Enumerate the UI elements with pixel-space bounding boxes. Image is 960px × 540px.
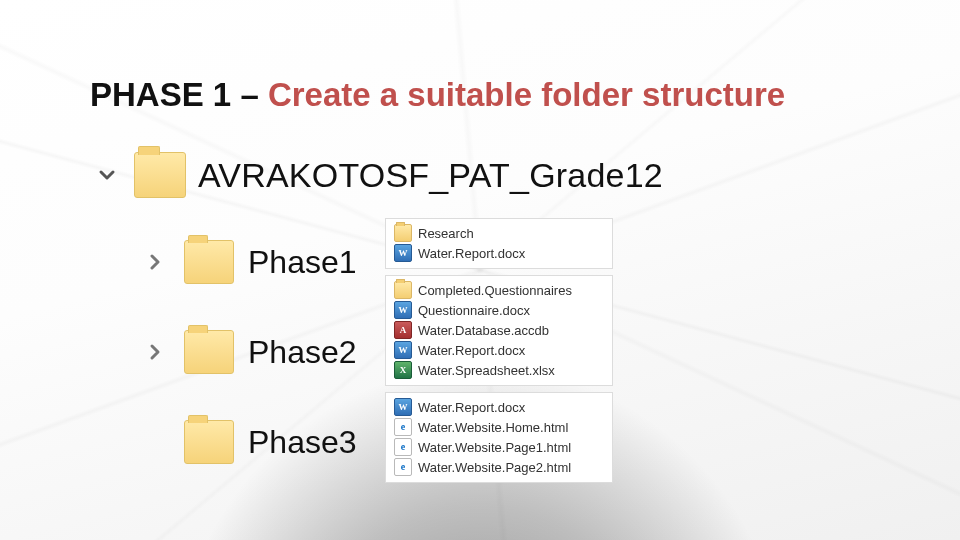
file-item[interactable]: Water.Report.docx: [394, 243, 604, 263]
file-label: Completed.Questionnaires: [418, 283, 572, 298]
subfolder-list: Phase1Phase2Phase3: [140, 240, 357, 464]
file-label: Water.Report.docx: [418, 343, 525, 358]
file-item[interactable]: Research: [394, 223, 604, 243]
html-file-icon: [394, 458, 412, 476]
file-label: Water.Report.docx: [418, 246, 525, 261]
folder-icon: [394, 281, 412, 299]
folder-icon: [394, 224, 412, 242]
folder-icon: [184, 240, 234, 284]
subfolder-name: Phase3: [248, 424, 357, 461]
chevron-down-icon[interactable]: [92, 160, 122, 190]
word-file-icon: [394, 398, 412, 416]
file-item[interactable]: Water.Website.Page2.html: [394, 457, 604, 477]
file-label: Water.Report.docx: [418, 400, 525, 415]
excel-file-icon: [394, 361, 412, 379]
file-item[interactable]: Water.Spreadsheet.xlsx: [394, 360, 604, 380]
file-label: Research: [418, 226, 474, 241]
file-item[interactable]: Water.Website.Home.html: [394, 417, 604, 437]
file-item[interactable]: Water.Report.docx: [394, 397, 604, 417]
root-folder-row: AVRAKOTOSF_PAT_Grade12: [92, 152, 663, 198]
html-file-icon: [394, 438, 412, 456]
file-label: Water.Spreadsheet.xlsx: [418, 363, 555, 378]
folder-icon: [184, 330, 234, 374]
file-label: Water.Website.Home.html: [418, 420, 568, 435]
file-item[interactable]: Water.Website.Page1.html: [394, 437, 604, 457]
word-file-icon: [394, 341, 412, 359]
file-item[interactable]: Questionnaire.docx: [394, 300, 604, 320]
file-item[interactable]: Completed.Questionnaires: [394, 280, 604, 300]
file-label: Water.Website.Page1.html: [418, 440, 571, 455]
root-folder-name: AVRAKOTOSF_PAT_Grade12: [198, 156, 663, 195]
html-file-icon: [394, 418, 412, 436]
title-prefix: PHASE 1 –: [90, 76, 268, 113]
title-main: Create a suitable folder structure: [268, 76, 785, 113]
chevron-right-icon[interactable]: [140, 247, 170, 277]
file-panel: ResearchWater.Report.docx: [385, 218, 613, 269]
file-item[interactable]: Water.Report.docx: [394, 340, 604, 360]
file-panel: Water.Report.docxWater.Website.Home.html…: [385, 392, 613, 483]
word-file-icon: [394, 301, 412, 319]
folder-icon: [184, 420, 234, 464]
subfolder-row: Phase1: [140, 240, 357, 284]
subfolder-row: Phase3: [140, 420, 357, 464]
chevron-right-icon[interactable]: [140, 337, 170, 367]
subfolder-row: Phase2: [140, 330, 357, 374]
access-file-icon: [394, 321, 412, 339]
word-file-icon: [394, 244, 412, 262]
subfolder-name: Phase1: [248, 244, 357, 281]
file-item[interactable]: Water.Database.accdb: [394, 320, 604, 340]
file-label: Questionnaire.docx: [418, 303, 530, 318]
file-panel: Completed.QuestionnairesQuestionnaire.do…: [385, 275, 613, 386]
file-label: Water.Database.accdb: [418, 323, 549, 338]
file-label: Water.Website.Page2.html: [418, 460, 571, 475]
folder-icon: [134, 152, 186, 198]
page-title: PHASE 1 – Create a suitable folder struc…: [90, 76, 785, 114]
subfolder-name: Phase2: [248, 334, 357, 371]
file-panel-list: ResearchWater.Report.docxCompleted.Quest…: [385, 218, 613, 483]
